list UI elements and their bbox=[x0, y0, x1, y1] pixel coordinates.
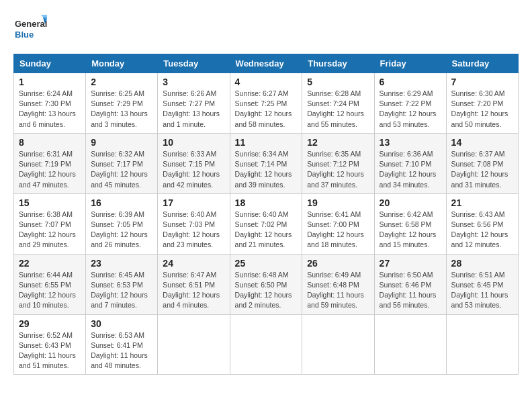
calendar-cell: 17Sunrise: 6:40 AMSunset: 7:03 PMDayligh… bbox=[158, 193, 230, 254]
calendar-week-row: 15Sunrise: 6:38 AMSunset: 7:07 PMDayligh… bbox=[14, 193, 519, 254]
day-number: 18 bbox=[235, 197, 298, 208]
calendar-cell: 26Sunrise: 6:49 AMSunset: 6:48 PMDayligh… bbox=[302, 254, 374, 314]
day-number: 6 bbox=[380, 77, 441, 87]
day-info: Sunrise: 6:33 AMSunset: 7:15 PMDaylight:… bbox=[163, 149, 224, 190]
logo: General Blue bbox=[13, 13, 47, 43]
day-number: 5 bbox=[307, 77, 369, 87]
day-number: 2 bbox=[91, 77, 152, 87]
day-number: 23 bbox=[91, 258, 152, 269]
calendar-cell: 28Sunrise: 6:51 AMSunset: 6:45 PMDayligh… bbox=[446, 254, 518, 314]
calendar-week-row: 1Sunrise: 6:24 AMSunset: 7:30 PMDaylight… bbox=[14, 73, 519, 134]
calendar-cell: 1Sunrise: 6:24 AMSunset: 7:30 PMDaylight… bbox=[14, 73, 86, 134]
calendar-cell: 23Sunrise: 6:45 AMSunset: 6:53 PMDayligh… bbox=[86, 254, 158, 314]
calendar-cell: 24Sunrise: 6:47 AMSunset: 6:51 PMDayligh… bbox=[158, 254, 230, 314]
calendar-cell: 18Sunrise: 6:40 AMSunset: 7:02 PMDayligh… bbox=[230, 193, 302, 254]
day-info: Sunrise: 6:24 AMSunset: 7:30 PMDaylight:… bbox=[19, 89, 81, 130]
calendar-cell: 30Sunrise: 6:53 AMSunset: 6:41 PMDayligh… bbox=[86, 314, 158, 375]
day-info: Sunrise: 6:35 AMSunset: 7:12 PMDaylight:… bbox=[307, 149, 369, 190]
day-number: 19 bbox=[307, 197, 369, 208]
day-number: 27 bbox=[380, 258, 441, 269]
day-number: 8 bbox=[19, 137, 81, 148]
calendar-cell: 22Sunrise: 6:44 AMSunset: 6:55 PMDayligh… bbox=[14, 254, 86, 314]
day-number: 13 bbox=[380, 137, 441, 148]
calendar-cell: 14Sunrise: 6:37 AMSunset: 7:08 PMDayligh… bbox=[446, 133, 518, 193]
calendar-cell: 7Sunrise: 6:30 AMSunset: 7:20 PMDaylight… bbox=[446, 73, 518, 134]
calendar-cell bbox=[446, 314, 518, 375]
calendar-cell: 4Sunrise: 6:27 AMSunset: 7:25 PMDaylight… bbox=[230, 73, 302, 134]
calendar-cell: 20Sunrise: 6:42 AMSunset: 6:58 PMDayligh… bbox=[374, 193, 446, 254]
day-info: Sunrise: 6:38 AMSunset: 7:07 PMDaylight:… bbox=[19, 210, 81, 250]
calendar-cell: 19Sunrise: 6:41 AMSunset: 7:00 PMDayligh… bbox=[302, 193, 374, 254]
day-number: 3 bbox=[163, 77, 224, 87]
day-info: Sunrise: 6:42 AMSunset: 6:58 PMDaylight:… bbox=[380, 210, 441, 250]
day-info: Sunrise: 6:48 AMSunset: 6:50 PMDaylight:… bbox=[235, 270, 298, 311]
day-info: Sunrise: 6:51 AMSunset: 6:45 PMDaylight:… bbox=[451, 270, 513, 311]
calendar-cell: 27Sunrise: 6:50 AMSunset: 6:46 PMDayligh… bbox=[374, 254, 446, 314]
calendar-week-row: 8Sunrise: 6:31 AMSunset: 7:19 PMDaylight… bbox=[14, 133, 519, 193]
weekday-header-cell: Saturday bbox=[446, 54, 518, 73]
day-info: Sunrise: 6:40 AMSunset: 7:03 PMDaylight:… bbox=[163, 210, 224, 250]
day-number: 10 bbox=[163, 137, 224, 148]
day-info: Sunrise: 6:50 AMSunset: 6:46 PMDaylight:… bbox=[380, 270, 441, 311]
calendar-cell: 29Sunrise: 6:52 AMSunset: 6:43 PMDayligh… bbox=[14, 314, 86, 375]
day-number: 24 bbox=[163, 258, 224, 269]
day-number: 20 bbox=[380, 197, 441, 208]
calendar-cell bbox=[158, 314, 230, 375]
weekday-header-cell: Sunday bbox=[14, 54, 86, 73]
day-number: 21 bbox=[451, 197, 513, 208]
day-info: Sunrise: 6:41 AMSunset: 7:00 PMDaylight:… bbox=[307, 210, 369, 250]
day-info: Sunrise: 6:44 AMSunset: 6:55 PMDaylight:… bbox=[19, 270, 81, 311]
calendar-cell bbox=[302, 314, 374, 375]
calendar-cell: 16Sunrise: 6:39 AMSunset: 7:05 PMDayligh… bbox=[86, 193, 158, 254]
weekday-header-cell: Monday bbox=[86, 54, 158, 73]
day-number: 12 bbox=[307, 137, 369, 148]
header: General Blue bbox=[13, 13, 519, 43]
day-number: 15 bbox=[19, 197, 81, 208]
weekday-header-cell: Tuesday bbox=[158, 54, 230, 73]
day-number: 9 bbox=[91, 137, 152, 148]
day-info: Sunrise: 6:47 AMSunset: 6:51 PMDaylight:… bbox=[163, 270, 224, 311]
day-number: 14 bbox=[451, 137, 513, 148]
calendar-cell: 8Sunrise: 6:31 AMSunset: 7:19 PMDaylight… bbox=[14, 133, 86, 193]
calendar-cell: 2Sunrise: 6:25 AMSunset: 7:29 PMDaylight… bbox=[86, 73, 158, 134]
day-number: 29 bbox=[19, 318, 81, 329]
calendar-table: SundayMondayTuesdayWednesdayThursdayFrid… bbox=[13, 54, 519, 375]
day-info: Sunrise: 6:27 AMSunset: 7:25 PMDaylight:… bbox=[235, 89, 298, 130]
calendar-cell: 25Sunrise: 6:48 AMSunset: 6:50 PMDayligh… bbox=[230, 254, 302, 314]
day-info: Sunrise: 6:37 AMSunset: 7:08 PMDaylight:… bbox=[451, 149, 513, 190]
day-info: Sunrise: 6:49 AMSunset: 6:48 PMDaylight:… bbox=[307, 270, 369, 311]
day-info: Sunrise: 6:28 AMSunset: 7:24 PMDaylight:… bbox=[307, 89, 369, 130]
calendar-week-row: 29Sunrise: 6:52 AMSunset: 6:43 PMDayligh… bbox=[14, 314, 519, 375]
day-number: 25 bbox=[235, 258, 298, 269]
day-number: 4 bbox=[235, 77, 298, 87]
calendar-cell: 13Sunrise: 6:36 AMSunset: 7:10 PMDayligh… bbox=[374, 133, 446, 193]
calendar-cell: 3Sunrise: 6:26 AMSunset: 7:27 PMDaylight… bbox=[158, 73, 230, 134]
calendar-cell: 15Sunrise: 6:38 AMSunset: 7:07 PMDayligh… bbox=[14, 193, 86, 254]
day-number: 16 bbox=[91, 197, 152, 208]
day-number: 26 bbox=[307, 258, 369, 269]
day-info: Sunrise: 6:43 AMSunset: 6:56 PMDaylight:… bbox=[451, 210, 513, 250]
day-number: 1 bbox=[19, 77, 81, 87]
svg-text:General: General bbox=[15, 19, 47, 29]
weekday-header-row: SundayMondayTuesdayWednesdayThursdayFrid… bbox=[14, 54, 519, 73]
calendar-cell: 9Sunrise: 6:32 AMSunset: 7:17 PMDaylight… bbox=[86, 133, 158, 193]
calendar-cell: 11Sunrise: 6:34 AMSunset: 7:14 PMDayligh… bbox=[230, 133, 302, 193]
svg-text:Blue: Blue bbox=[15, 30, 34, 40]
day-number: 7 bbox=[451, 77, 513, 87]
calendar-cell bbox=[374, 314, 446, 375]
day-number: 28 bbox=[451, 258, 513, 269]
calendar-cell: 5Sunrise: 6:28 AMSunset: 7:24 PMDaylight… bbox=[302, 73, 374, 134]
weekday-header-cell: Friday bbox=[374, 54, 446, 73]
weekday-header-cell: Wednesday bbox=[230, 54, 302, 73]
calendar-cell: 10Sunrise: 6:33 AMSunset: 7:15 PMDayligh… bbox=[158, 133, 230, 193]
day-info: Sunrise: 6:40 AMSunset: 7:02 PMDaylight:… bbox=[235, 210, 298, 250]
day-info: Sunrise: 6:30 AMSunset: 7:20 PMDaylight:… bbox=[451, 89, 513, 130]
calendar-cell bbox=[230, 314, 302, 375]
day-info: Sunrise: 6:36 AMSunset: 7:10 PMDaylight:… bbox=[380, 149, 441, 190]
day-info: Sunrise: 6:34 AMSunset: 7:14 PMDaylight:… bbox=[235, 149, 298, 190]
day-info: Sunrise: 6:53 AMSunset: 6:41 PMDaylight:… bbox=[91, 330, 152, 371]
day-info: Sunrise: 6:26 AMSunset: 7:27 PMDaylight:… bbox=[163, 89, 224, 130]
logo-svg: General Blue bbox=[13, 13, 47, 43]
day-info: Sunrise: 6:52 AMSunset: 6:43 PMDaylight:… bbox=[19, 330, 81, 371]
calendar-cell: 12Sunrise: 6:35 AMSunset: 7:12 PMDayligh… bbox=[302, 133, 374, 193]
